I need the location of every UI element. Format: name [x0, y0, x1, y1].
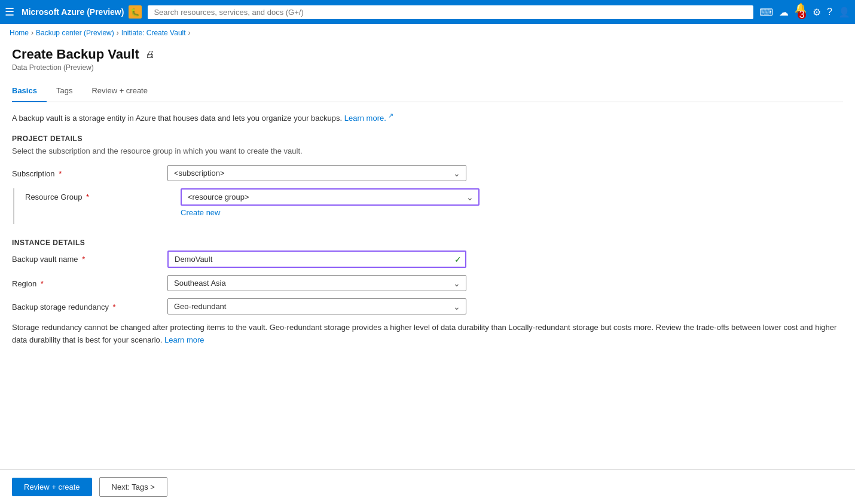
- vault-name-label: Backup vault name *: [12, 251, 167, 264]
- review-create-button[interactable]: Review + create: [12, 478, 92, 496]
- resource-group-select-wrapper: <resource group>: [181, 188, 480, 206]
- tabs: Basics Tags Review + create: [12, 81, 843, 102]
- printer-icon[interactable]: 🖨: [145, 49, 155, 60]
- region-required: *: [41, 279, 44, 288]
- resource-group-select[interactable]: <resource group>: [181, 188, 480, 206]
- vault-name-input-wrapper: ✓: [167, 251, 466, 268]
- resource-group-row: Resource Group * <resource group> Create…: [24, 188, 843, 224]
- intro-text: A backup vault is a storage entity in Az…: [12, 112, 843, 123]
- breadcrumb-sep-3: ›: [188, 29, 191, 37]
- page-title: Create Backup Vault: [12, 47, 139, 62]
- search-input[interactable]: [148, 5, 753, 19]
- notice-text: Storage redundancy cannot be changed aft…: [12, 322, 843, 347]
- instance-details-title: INSTANCE DETAILS: [12, 239, 843, 247]
- settings-icon[interactable]: ⚙: [813, 7, 821, 18]
- project-details-title: PROJECT DETAILS: [12, 135, 843, 143]
- brand-title: Microsoft Azure (Preview): [22, 7, 124, 17]
- region-select[interactable]: Southeast Asia: [167, 275, 466, 291]
- redundancy-select[interactable]: Geo-redundant: [167, 298, 466, 314]
- main-content: Create Backup Vault 🖨 Data Protection (P…: [0, 42, 855, 469]
- redundancy-select-wrapper: Geo-redundant: [167, 298, 466, 314]
- subscription-row: Subscription * <subscription>: [12, 165, 843, 181]
- top-navigation: ☰ Microsoft Azure (Preview) 🐛 ⌨ ☁ 🔔 3 ⚙ …: [0, 0, 855, 24]
- account-icon[interactable]: 👤: [838, 7, 850, 18]
- breadcrumb-initiate[interactable]: Initiate: Create Vault: [121, 29, 186, 37]
- external-link-icon: ↗: [388, 112, 393, 119]
- instance-details-section: INSTANCE DETAILS Backup vault name * ✓ R…: [12, 239, 843, 347]
- resource-group-label: Resource Group *: [25, 188, 181, 201]
- learn-more-link[interactable]: Learn more. ↗: [344, 114, 394, 123]
- region-select-wrapper: Southeast Asia: [167, 275, 466, 291]
- subscription-control: <subscription>: [167, 165, 466, 181]
- breadcrumb: Home › Backup center (Preview) › Initiat…: [0, 24, 855, 42]
- indent-line: [13, 188, 14, 224]
- page-header: Create Backup Vault 🖨: [12, 42, 843, 62]
- redundancy-required: *: [113, 303, 116, 311]
- help-icon[interactable]: ?: [827, 7, 832, 17]
- subscription-select-wrapper: <subscription>: [167, 165, 466, 181]
- vault-name-input[interactable]: [167, 251, 466, 268]
- subscription-label: Subscription *: [12, 165, 167, 178]
- terminal-icon[interactable]: ⌨: [759, 7, 773, 18]
- vault-name-required: *: [82, 255, 85, 264]
- resource-group-control: <resource group> Create new: [181, 188, 480, 217]
- notice-learn-more-link[interactable]: Learn more: [164, 335, 204, 344]
- redundancy-row: Backup storage redundancy * Geo-redundan…: [12, 298, 843, 314]
- create-new-link[interactable]: Create new: [181, 208, 220, 217]
- vault-name-row: Backup vault name * ✓: [12, 251, 843, 268]
- region-label: Region *: [12, 275, 167, 288]
- nav-icons: ⌨ ☁ 🔔 3 ⚙ ? 👤: [759, 2, 850, 22]
- resource-group-required: *: [86, 193, 89, 201]
- breadcrumb-sep-2: ›: [117, 29, 119, 37]
- intro-static-text: A backup vault is a storage entity in Az…: [12, 114, 342, 123]
- footer: Review + create Next: Tags >: [0, 469, 855, 504]
- tab-basics[interactable]: Basics: [12, 81, 47, 102]
- tab-review-create[interactable]: Review + create: [91, 81, 157, 102]
- redundancy-label: Backup storage redundancy *: [12, 298, 167, 311]
- check-icon: ✓: [454, 255, 462, 264]
- project-details-section: PROJECT DETAILS Select the subscription …: [12, 135, 843, 224]
- hamburger-menu[interactable]: ☰: [5, 5, 14, 19]
- breadcrumb-home[interactable]: Home: [10, 29, 29, 37]
- next-tags-button[interactable]: Next: Tags >: [99, 477, 167, 497]
- tab-tags[interactable]: Tags: [56, 81, 82, 102]
- region-row: Region * Southeast Asia: [12, 275, 843, 291]
- project-details-desc: Select the subscription and the resource…: [12, 146, 843, 155]
- region-control: Southeast Asia: [167, 275, 466, 291]
- subscription-select[interactable]: <subscription>: [167, 165, 466, 181]
- notification-icon[interactable]: 🔔 3: [795, 2, 807, 22]
- vault-name-control: ✓: [167, 251, 466, 268]
- cloud-shell-icon[interactable]: ☁: [779, 7, 789, 18]
- breadcrumb-sep-1: ›: [31, 29, 33, 37]
- page-subtitle: Data Protection (Preview): [12, 63, 843, 72]
- redundancy-control: Geo-redundant: [167, 298, 466, 314]
- bug-icon[interactable]: 🐛: [129, 5, 142, 19]
- breadcrumb-backup-center[interactable]: Backup center (Preview): [36, 29, 114, 37]
- subscription-required: *: [59, 169, 62, 178]
- notification-badge: 3: [798, 11, 806, 19]
